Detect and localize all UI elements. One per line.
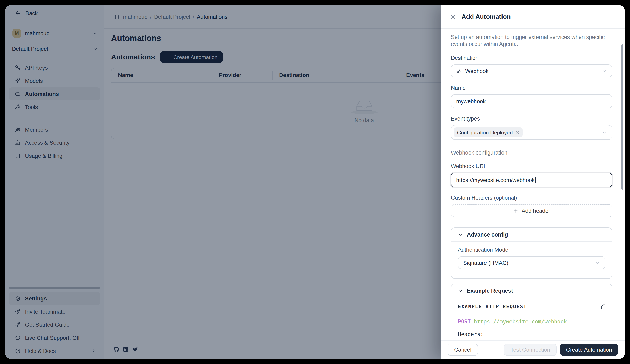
event-types-select[interactable]: Configuration Deployed — [451, 125, 612, 140]
chevron-down-icon — [602, 130, 607, 135]
drawer-title: Add Automation — [462, 13, 511, 20]
close-icon[interactable] — [450, 14, 456, 20]
chevron-down-icon — [602, 68, 607, 74]
custom-headers-label: Custom Headers (optional) — [451, 195, 612, 201]
create-automation-submit-button[interactable]: Create Automation — [560, 344, 618, 356]
plus-icon — [513, 208, 518, 213]
http-method: POST — [458, 318, 471, 325]
name-value: mywebhook — [456, 98, 486, 104]
webhook-url-label: Webhook URL — [451, 163, 612, 169]
name-label: Name — [451, 85, 612, 91]
destination-value: Webhook — [465, 68, 488, 74]
code-heading: EXAMPLE HTTP REQUEST — [458, 304, 606, 310]
name-input[interactable]: mywebhook — [451, 94, 612, 108]
copy-icon[interactable] — [600, 304, 606, 310]
chevron-down-icon — [458, 232, 463, 237]
webhook-url-input[interactable]: https://mywebsite.com/webhook — [451, 172, 612, 187]
advance-config-toggle[interactable]: Advance config — [451, 228, 612, 242]
auth-mode-label: Authentication Mode — [458, 247, 606, 253]
chevron-down-icon — [458, 288, 463, 293]
event-types-label: Event types — [451, 116, 612, 122]
screen: Back M mahmoud Default Project API K — [0, 0, 630, 364]
request-url: https://mywebsite.com/webhook — [474, 318, 567, 325]
drawer-footer: Cancel Test Connection Create Automation — [441, 340, 625, 359]
drawer-body: Set up an automation to trigger external… — [441, 29, 625, 359]
add-automation-drawer: Add Automation Set up an automation to t… — [441, 5, 625, 359]
cancel-button[interactable]: Cancel — [448, 344, 478, 356]
app-window: Back M mahmoud Default Project API K — [5, 5, 625, 359]
auth-mode-value: Signature (HMAC) — [463, 260, 508, 266]
link-icon — [456, 68, 462, 74]
code-request-line: POST https://mywebsite.com/webhook — [458, 318, 606, 325]
drawer-scrollbar[interactable] — [622, 44, 624, 190]
drawer-header: Add Automation — [441, 5, 625, 29]
drawer-divider — [451, 222, 612, 223]
tag-close-icon[interactable] — [515, 130, 519, 134]
test-connection-button[interactable]: Test Connection — [504, 344, 557, 356]
webhook-configuration-heading: Webhook configuration — [451, 150, 612, 156]
example-request-toggle[interactable]: Example Request — [451, 284, 612, 298]
destination-select[interactable]: Webhook — [451, 64, 612, 78]
webhook-url-value: https://mywebsite.com/webhook — [456, 177, 535, 183]
destination-label: Destination — [451, 55, 612, 61]
drawer-description: Set up an automation to trigger external… — [451, 34, 612, 48]
advance-config-panel: Advance config Authentication Mode Signa… — [451, 228, 612, 279]
text-caret — [535, 177, 536, 183]
add-header-button[interactable]: Add header — [451, 204, 612, 217]
code-partial-line: Headers: — [458, 331, 606, 337]
chevron-down-icon — [595, 260, 600, 266]
auth-mode-select[interactable]: Signature (HMAC) — [458, 256, 606, 269]
event-type-tag: Configuration Deployed — [454, 128, 522, 137]
